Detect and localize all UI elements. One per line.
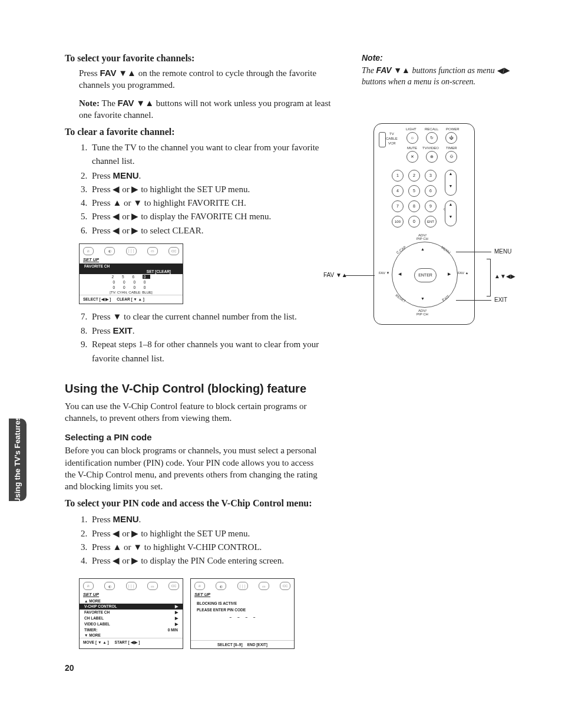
clear-steps-cont: Press ▼ to clear the current channel num… (78, 310, 344, 365)
t: The (362, 66, 376, 75)
remote-illustration: LIGHT RECALL POWER ☼ ↻ ⏻ TV CABLE VCR MU… (362, 123, 527, 335)
fav-p1: Press FAV ▼▲ on the remote control to cy… (79, 67, 344, 91)
fav-btn2: FAV (118, 98, 134, 108)
osd-favorite-ch: ⎚ ◐ ┆┆┆ ▭ CC SET UP FAVORITE CH SET [CLE… (79, 243, 183, 304)
txt: 2 5 6 (112, 275, 143, 279)
txt: Press (79, 68, 100, 78)
v: 0 MIN (168, 628, 178, 632)
icon: ◐ (104, 247, 115, 255)
num-9[interactable]: 9 (425, 200, 437, 212)
side-tab-text: Using the TV's Features (14, 416, 22, 503)
osd-pin-entry: ⎚ ◐ ┆┆┆ ▭ CC SET UP BLOCKING IS ACTIVE P… (190, 578, 295, 649)
vol-rocker[interactable]: ▲ ▼ (445, 200, 457, 226)
txt: . (139, 515, 141, 524)
r-sel: V-CHIP CONTROL▶ (80, 604, 183, 610)
timer-button[interactable]: ⏲ (445, 151, 457, 163)
osd-nums: 2 5 6 0 (80, 274, 183, 279)
l: – – – – (197, 614, 290, 620)
page-number: 20 (65, 663, 74, 673)
num-1[interactable]: 1 (392, 170, 404, 182)
t: VIDEO LABEL (84, 622, 110, 627)
lbl: TV/VIDEO (422, 146, 439, 150)
bracket (487, 259, 491, 297)
main-column: To select your favorite channels: Press … (65, 53, 344, 655)
enter-button[interactable]: ENTER (414, 268, 437, 282)
down-button[interactable]: ▼ (421, 297, 425, 301)
menu-btn: MENU (113, 514, 138, 524)
icon: CC (168, 582, 179, 590)
lbl: TV (389, 132, 394, 136)
osd-nums: 0 0 0 0 (80, 285, 183, 290)
r: TIMER:0 MIN (80, 627, 183, 633)
icon: ▭ (259, 582, 269, 590)
txt: SELECT [ ◀ ▶ ] (83, 297, 111, 302)
step: Press ◀ or ▶ to highlight the SET UP men… (92, 529, 250, 538)
light-button[interactable]: ☼ (406, 132, 418, 144)
icon: ▭ (147, 582, 158, 590)
pin-head: Selecting a PIN code (65, 432, 344, 442)
num-7[interactable]: 7 (392, 200, 404, 212)
num-4[interactable]: 4 (392, 185, 404, 197)
num-100[interactable]: 100 (392, 216, 404, 228)
txt: . (133, 326, 135, 335)
step: Press ▼ to clear the current channel num… (92, 312, 297, 321)
r: CH LABEL▶ (80, 615, 183, 621)
icon: CC (280, 582, 290, 590)
dpad: ENTER ▲ ▼ ◀ ▶ C.CAP MENU RESET EXIT (392, 242, 458, 308)
num-2[interactable]: 2 (408, 170, 420, 182)
mode-switch[interactable] (379, 132, 386, 147)
lbl: ADV/ PIP CH (416, 309, 428, 316)
osd-title: SET UP (80, 591, 183, 598)
up-button[interactable]: ▲ (421, 247, 425, 251)
lbl: MENU (441, 245, 451, 254)
osd-title: SET UP (80, 256, 183, 263)
note-body: The FAV ▼▲ buttons function as menu ◀▶ b… (362, 65, 527, 88)
power-button[interactable]: ⏻ (445, 132, 457, 144)
lbl: ADV/ PIP CH (416, 233, 428, 241)
r: ▲ MORE (80, 598, 183, 604)
ch-rocker[interactable]: ▲ ▼ (445, 170, 457, 196)
num-6[interactable]: 6 (425, 185, 437, 197)
icon: ┆┆┆ (237, 582, 248, 590)
osd-action: SET [CLEAR] (80, 269, 183, 274)
clear-heading: To clear a favorite channel: (65, 127, 344, 137)
num-8[interactable]: 8 (408, 200, 420, 212)
mute-button[interactable]: ✕ (406, 151, 418, 163)
a: ▶ (175, 616, 178, 621)
lbl: RECALL (425, 127, 438, 131)
lbl: EXIT (441, 294, 449, 302)
icon: ⎚ (194, 582, 205, 590)
clear-steps: Tune the TV to the channel you want to c… (78, 141, 344, 238)
num-5[interactable]: 5 (408, 185, 420, 197)
r: VIDEO LABEL▶ (80, 621, 183, 627)
txt: START [ ◀ ▶ ] (115, 640, 140, 645)
num-0[interactable]: 0 (408, 216, 420, 228)
t: FAVORITE CH (84, 610, 110, 615)
num-3[interactable]: 3 (425, 170, 437, 182)
left-button[interactable]: ◀ (398, 272, 401, 276)
line (456, 252, 491, 252)
txt: Press (92, 326, 113, 335)
icon: CC (168, 247, 179, 255)
step: Press ◀ or ▶ to highlight the SET UP men… (92, 185, 250, 194)
txt: CLEAR [ ▼ ▲ ] (117, 297, 144, 302)
step: Press ◀ or ▶ to select CLEAR. (92, 226, 203, 235)
txt: FAVORITE CH (84, 264, 110, 268)
txt: Note: (79, 98, 100, 108)
ent-button[interactable]: ENT (425, 216, 437, 228)
icon: ◐ (104, 582, 115, 590)
lbl: MUTE (407, 146, 417, 150)
lbl: FAV ▲ (458, 271, 469, 275)
icon: ⎚ (83, 582, 94, 590)
recall-button[interactable]: ↻ (426, 132, 438, 144)
right-button[interactable]: ▶ (448, 272, 451, 276)
step: Repeat steps 1–8 for other channels you … (92, 340, 319, 363)
txt-hl: 0 (143, 275, 151, 279)
lbl: POWER (446, 127, 459, 131)
osd-setup-menu: ⎚ ◐ ┆┆┆ ▭ CC SET UP ▲ MORE V-CHIP CONTRO… (79, 578, 183, 649)
osd-row-selected: FAVORITE CH (80, 263, 183, 269)
tvvideo-button[interactable]: ⊕ (426, 151, 438, 163)
icon: ┆┆┆ (126, 582, 137, 590)
callout-menu: MENU (494, 248, 511, 255)
txt: Press (92, 171, 113, 180)
